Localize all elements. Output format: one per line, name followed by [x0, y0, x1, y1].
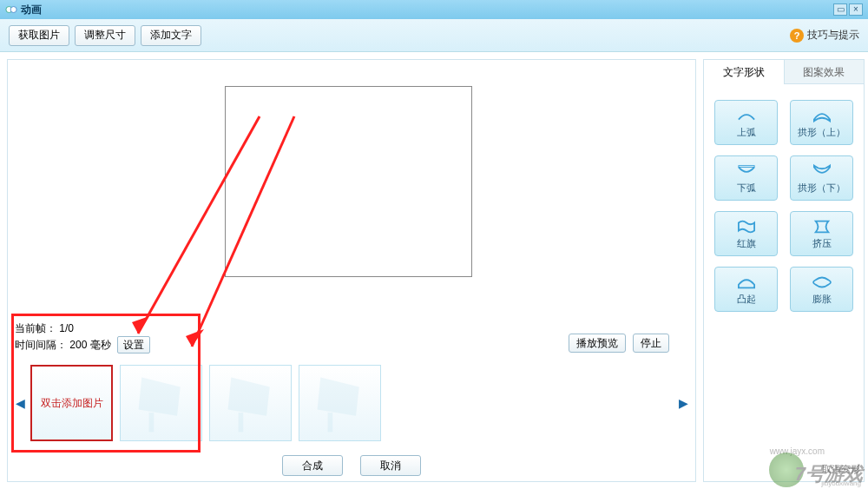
canvas-panel: 当前帧： 1/0 时间间隔： 200 毫秒 设置 播放预览 停止 ◀ 双击	[7, 59, 696, 482]
add-image-placeholder: 双击添加图片	[41, 396, 103, 411]
shape-button-0[interactable]: 上弧	[714, 100, 778, 145]
shape-icon	[734, 162, 759, 180]
frame-info: 当前帧： 1/0 时间间隔： 200 毫秒 设置	[15, 320, 150, 354]
shape-label: 拱形（上）	[798, 126, 845, 139]
current-frame-label: 当前帧：	[15, 322, 56, 334]
tab-text-shape[interactable]: 文字形状	[704, 60, 785, 84]
tips-link[interactable]: ? 技巧与提示	[790, 28, 859, 43]
frame-slot-4[interactable]	[299, 365, 381, 441]
cancel-button[interactable]: 取消	[360, 455, 421, 476]
shape-icon	[810, 274, 834, 291]
interval-value: 200	[69, 339, 87, 351]
add-text-button[interactable]: 添加文字	[141, 25, 201, 46]
settings-button[interactable]: 设置	[117, 336, 150, 354]
shape-button-4[interactable]: 红旗	[714, 211, 778, 256]
shape-label: 红旗	[737, 237, 756, 250]
shape-label: 膨胀	[812, 293, 832, 306]
shape-button-6[interactable]: 凸起	[714, 267, 778, 312]
shape-button-3[interactable]: 拱形（下）	[790, 155, 853, 201]
shape-button-1[interactable]: 拱形（上）	[790, 100, 853, 145]
shape-icon	[734, 218, 759, 235]
shape-icon	[810, 218, 834, 235]
tips-label: 技巧与提示	[807, 28, 859, 43]
stop-button[interactable]: 停止	[633, 334, 669, 353]
svg-marker-2	[139, 377, 181, 415]
next-frame-arrow[interactable]: ▶	[678, 386, 688, 420]
interval-label: 时间间隔：	[15, 339, 67, 351]
preview-canvas[interactable]	[225, 86, 472, 277]
play-preview-button[interactable]: 播放预览	[569, 334, 626, 353]
app-icon	[5, 3, 17, 16]
svg-rect-12	[738, 165, 753, 167]
shape-icon	[810, 107, 834, 124]
shape-label: 上弧	[737, 126, 756, 139]
svg-marker-11	[186, 329, 204, 347]
shape-icon	[810, 162, 834, 180]
tab-pattern-effect[interactable]: 图案效果	[785, 60, 865, 84]
shape-icon	[734, 107, 759, 124]
shape-button-2[interactable]: 下弧	[714, 155, 778, 201]
interval-unit: 毫秒	[90, 339, 111, 351]
shape-label: 凸起	[737, 293, 756, 306]
svg-marker-6	[318, 377, 359, 415]
shape-label: 拱形（下）	[798, 182, 845, 195]
cancel-warp-link[interactable]: 取消变形	[822, 463, 860, 476]
frame-slot-1[interactable]: 双击添加图片	[30, 365, 113, 441]
close-button[interactable]: ×	[849, 3, 863, 16]
shape-icon	[734, 274, 759, 291]
frame-slot-3[interactable]	[209, 365, 292, 441]
svg-point-1	[10, 7, 16, 13]
compose-button[interactable]: 合成	[282, 455, 343, 476]
shape-button-7[interactable]: 膨胀	[790, 267, 853, 312]
current-frame-value: 1/0	[59, 322, 74, 334]
restore-button[interactable]: ▭	[833, 3, 847, 16]
help-icon: ?	[790, 29, 804, 43]
svg-marker-4	[228, 377, 270, 415]
prev-frame-arrow[interactable]: ◀	[15, 386, 25, 420]
resize-button[interactable]: 调整尺寸	[75, 25, 135, 46]
window-title: 动画	[21, 3, 42, 17]
frame-slot-2[interactable]	[120, 365, 202, 441]
get-image-button[interactable]: 获取图片	[9, 25, 69, 46]
shape-button-5[interactable]: 挤压	[790, 211, 853, 256]
shape-label: 下弧	[737, 182, 756, 195]
shape-label: 挤压	[812, 237, 832, 250]
